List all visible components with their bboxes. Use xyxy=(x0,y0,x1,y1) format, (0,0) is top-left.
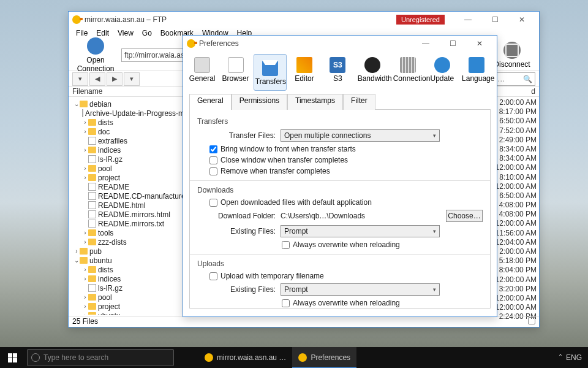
tree-row[interactable]: README.mirrors.html xyxy=(71,210,189,219)
field-existing-files-upload: Existing Files: Prompt▾ xyxy=(216,283,483,296)
tree-item-label: ubuntu xyxy=(98,312,121,315)
tree-row[interactable]: ls-lR.gz xyxy=(71,155,189,164)
tree-row[interactable]: ›project xyxy=(71,173,189,182)
subtab-timestamps[interactable]: Timestamps xyxy=(287,94,343,110)
tab-editor[interactable]: Editor xyxy=(289,54,320,91)
tree-row[interactable]: ›pool xyxy=(71,293,189,302)
back-button[interactable]: ◀ xyxy=(89,72,105,86)
chk-remove-on-complete[interactable]: Remove when transfer completes xyxy=(209,167,483,175)
tree-twisty-icon[interactable]: › xyxy=(82,266,88,273)
tree-row[interactable]: ›project xyxy=(71,302,189,311)
dropdown-button[interactable]: ▾ xyxy=(72,72,88,86)
tree-twisty-icon[interactable]: › xyxy=(82,239,88,245)
tree-row[interactable]: ⌄ubuntu xyxy=(71,256,189,265)
tree-row[interactable]: README.mirrors.txt xyxy=(71,219,189,228)
tree-twisty-icon[interactable]: › xyxy=(82,165,88,172)
tree-twisty-icon[interactable]: › xyxy=(82,275,88,282)
language-icon xyxy=(469,57,484,73)
tree-item-label: project xyxy=(98,302,120,311)
tree-twisty-icon[interactable]: › xyxy=(82,174,88,181)
tree-row[interactable]: ›ubuntu xyxy=(71,311,189,315)
folder-icon xyxy=(88,266,96,273)
tree-twisty-icon[interactable]: › xyxy=(74,248,80,255)
maximize-button[interactable]: ☐ xyxy=(481,12,508,27)
chk-open-downloaded[interactable]: Open downloaded files with default appli… xyxy=(209,198,483,207)
chk-bring-to-front[interactable]: Bring window to front when transfer star… xyxy=(209,145,483,153)
forward-button[interactable]: ▶ xyxy=(107,72,123,86)
tab-s3[interactable]: S3S3 xyxy=(322,54,353,91)
tree-item-label: extrafiles xyxy=(98,137,127,145)
group-uploads: Uploads xyxy=(197,259,483,268)
chk-close-on-complete[interactable]: Close window when transfer completes xyxy=(209,156,483,164)
tree-row[interactable]: ls-lR.gz xyxy=(71,283,189,293)
close-button[interactable]: ✕ xyxy=(508,12,535,27)
tab-browser[interactable]: Browser xyxy=(220,54,251,91)
preferences-titlebar[interactable]: Preferences — ☐ ✕ xyxy=(183,36,497,52)
tree-item-label: README xyxy=(98,183,129,191)
tree-twisty-icon[interactable]: ⌄ xyxy=(74,101,80,107)
tab-transfers[interactable]: Transfers xyxy=(254,54,287,91)
toolbar-dropdown-2[interactable]: ▾ xyxy=(124,72,140,86)
tree-row[interactable]: ›zzz-dists xyxy=(71,237,189,247)
taskbar-item-preferences[interactable]: Preferences xyxy=(292,347,356,368)
tree-twisty-icon[interactable]: › xyxy=(82,229,88,236)
choose-button[interactable]: Choose… xyxy=(446,210,483,222)
tree-row[interactable]: README xyxy=(71,182,189,191)
tab-general[interactable]: General xyxy=(187,54,217,91)
tree-twisty-icon[interactable]: ⌄ xyxy=(74,257,80,264)
app-duck-icon xyxy=(72,15,81,24)
existing-files-download-combo[interactable]: Prompt▾ xyxy=(281,225,440,237)
taskbar: Type here to search mirror.waia.asn.au …… xyxy=(0,347,588,368)
tab-update[interactable]: Update xyxy=(427,54,458,91)
tree-twisty-icon[interactable]: › xyxy=(82,312,88,315)
taskbar-item-main[interactable]: mirror.waia.asn.au … xyxy=(198,347,292,368)
tree-row[interactable]: ›indices xyxy=(71,274,189,283)
tray-language[interactable]: ENG xyxy=(566,353,582,362)
tree-twisty-icon[interactable]: › xyxy=(82,294,88,301)
tree-row[interactable]: ›doc xyxy=(71,127,189,136)
subtab-filter[interactable]: Filter xyxy=(343,94,375,110)
subtab-permissions[interactable]: Permissions xyxy=(232,94,287,110)
pref-minimize-button[interactable]: — xyxy=(412,36,439,52)
tree-twisty-icon[interactable]: › xyxy=(82,303,88,310)
tree-row[interactable]: ⌄debian xyxy=(71,99,189,109)
system-tray[interactable]: ˄ENG xyxy=(552,353,588,362)
status-bar: 25 Files xyxy=(69,316,539,327)
tree-row[interactable]: README.html xyxy=(71,201,189,210)
chk-upload-temp[interactable]: Upload with temporary filename xyxy=(209,272,483,280)
taskbar-duck-icon xyxy=(205,353,213,362)
menu-go[interactable]: Go xyxy=(138,28,156,39)
open-connection-button[interactable]: Open Connection xyxy=(72,36,119,74)
transfer-files-combo[interactable]: Open multiple connections▾ xyxy=(281,129,440,142)
start-button[interactable] xyxy=(0,347,24,368)
tray-chevron-icon[interactable]: ˄ xyxy=(559,353,562,362)
pref-close-button[interactable]: ✕ xyxy=(466,36,493,52)
taskbar-search[interactable]: Type here to search xyxy=(27,349,174,366)
tree-row[interactable]: README.CD-manufacture xyxy=(71,191,189,201)
tab-language[interactable]: Language xyxy=(460,54,493,91)
tree-row[interactable]: ›dists xyxy=(71,118,189,127)
tab-connection[interactable]: Connection xyxy=(391,54,424,91)
file-tree[interactable]: ⌄debianArchive-Update-in-Progress-mirror… xyxy=(69,98,191,315)
pref-maximize-button[interactable]: ☐ xyxy=(439,36,466,52)
file-icon xyxy=(88,284,96,292)
editor-icon xyxy=(296,57,312,73)
subtab-general[interactable]: General xyxy=(189,94,232,110)
tree-row[interactable]: Archive-Update-in-Progress-mirror.w xyxy=(71,109,189,118)
chk-overwrite-download[interactable]: Always overwrite when reloading xyxy=(282,240,483,249)
main-titlebar[interactable]: mirror.waia.asn.au – FTP Unregistered — … xyxy=(69,12,539,27)
minimize-button[interactable]: — xyxy=(454,12,481,27)
tree-twisty-icon[interactable]: › xyxy=(82,128,88,135)
tree-row[interactable]: extrafiles xyxy=(71,136,189,145)
tree-row[interactable]: ›pool xyxy=(71,164,189,173)
chk-overwrite-upload[interactable]: Always overwrite when reloading xyxy=(282,299,483,307)
tree-twisty-icon[interactable]: › xyxy=(82,119,88,126)
existing-files-upload-combo[interactable]: Prompt▾ xyxy=(281,283,440,296)
tree-row[interactable]: ›tools xyxy=(71,228,189,237)
tree-row[interactable]: ›pub xyxy=(71,247,189,256)
tree-twisty-icon[interactable]: › xyxy=(82,147,88,153)
col-filename[interactable]: Filename xyxy=(69,87,102,96)
tab-bandwidth[interactable]: Bandwidth xyxy=(356,54,389,91)
tree-row[interactable]: ›indices xyxy=(71,145,189,155)
tree-row[interactable]: ›dists xyxy=(71,265,189,274)
